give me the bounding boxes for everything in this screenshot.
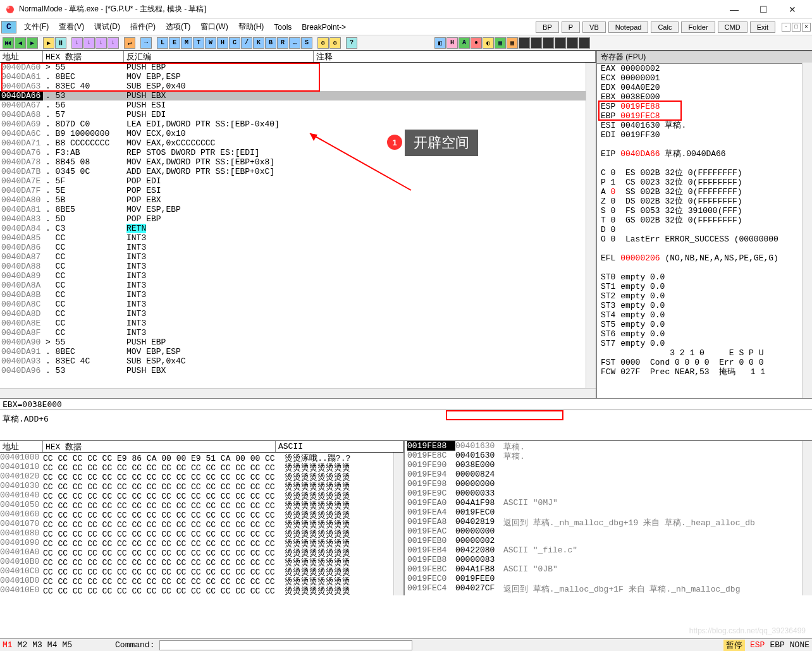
dump-row[interactable]: 004010D0CC CC CC CC CC CC CC CC CC CC CC… [0, 576, 403, 585]
disasm-row[interactable]: 0040DA8A CCINT3 [0, 281, 596, 290]
dump-row[interactable]: 004010A0CC CC CC CC CC CC CC CC CC CC CC… [0, 547, 403, 557]
disasm-row[interactable]: 0040DA61. 8BECMOV EBP,ESP [0, 72, 596, 82]
minimize-button[interactable]: — [720, 0, 749, 19]
dump-pane[interactable]: 地址 HEX 数据 ASCII 00401000CC CC CC CC CC E… [0, 441, 405, 595]
stack-rows[interactable]: 0019FE8800401630草稿.0019FE8C00401630草稿.00… [405, 441, 812, 593]
tb-t[interactable]: T [193, 37, 204, 49]
disasm-row[interactable]: 0040DA80. 5BPOP EBX [0, 195, 596, 205]
dump-row[interactable]: 00401030CC CC CC CC CC CC CC CC CC CC CC… [0, 481, 403, 490]
btn-exit[interactable]: Exit [750, 21, 775, 33]
register-line[interactable]: D 0 [597, 225, 812, 234]
register-line[interactable]: ST3 empty 0.0 [597, 301, 812, 310]
menu-view[interactable]: 查看(V) [54, 20, 89, 33]
register-line[interactable]: ECX 00000001 [597, 73, 812, 83]
disasm-row[interactable]: 0040DA81. 8BE5MOV ESP,EBP [0, 205, 596, 214]
btn-cmd[interactable]: CMD [718, 21, 747, 33]
register-line[interactable]: ST1 empty 0.0 [597, 282, 812, 291]
disasm-row[interactable]: 0040DA96. 53PUSH EBX [0, 366, 596, 375]
disasm-row[interactable]: 0040DA6C. B9 10000000MOV ECX,0x10 [0, 129, 596, 138]
stack-scrollbar[interactable] [802, 441, 812, 595]
tb-m[interactable]: M [181, 37, 192, 49]
tb-x6-icon[interactable]: ▦ [495, 37, 506, 49]
tb-e[interactable]: E [169, 37, 180, 49]
disasm-row[interactable]: 0040DA60> 55PUSH EBP [0, 63, 596, 72]
register-line[interactable]: ESP 0019FE88 [597, 102, 812, 111]
tb-x13-icon[interactable] [579, 37, 590, 49]
register-line[interactable]: EBX 0038E000 [597, 92, 812, 102]
disasm-row[interactable]: 0040DA8F CCINT3 [0, 328, 596, 338]
col-addr[interactable]: 地址 [0, 51, 43, 62]
stack-row[interactable]: 0019FE9800000000 [405, 479, 812, 489]
tb-goto-icon[interactable]: → [140, 37, 152, 49]
disasm-row[interactable]: 0040DA78. 8B45 08MOV EAX,DWORD PTR SS:[E… [0, 157, 596, 167]
tb-w[interactable]: W [205, 37, 216, 49]
dcol-addr[interactable]: 地址 [0, 441, 43, 452]
menu-plugin[interactable]: 插件(P) [125, 20, 161, 33]
col-dis[interactable]: 反汇编 [124, 51, 314, 62]
register-line[interactable]: ST2 empty 0.0 [597, 291, 812, 301]
dump-row[interactable]: 004010E0CC CC CC CC CC CC CC CC CC CC CC… [0, 585, 403, 595]
stack-row[interactable]: 0019FEB000000002 [405, 536, 812, 545]
tb-rewind-icon[interactable]: ⏮ [3, 37, 14, 49]
register-line[interactable]: ST4 empty 0.0 [597, 310, 812, 320]
disasm-row[interactable]: 0040DA8B CCINT3 [0, 290, 596, 300]
disasm-scrollbar[interactable] [586, 63, 596, 398]
tb-s[interactable]: S [301, 37, 312, 49]
tb-x5-icon[interactable]: ◐ [483, 37, 494, 49]
stack-row[interactable]: 0019FEA40019FEC0 [405, 508, 812, 517]
register-line[interactable]: EFL 00000206 (NO,NB,NE,A,NS,PE,GE,G) [597, 253, 812, 263]
register-line[interactable]: A 0 SS 002B 32位 0(FFFFFFFF) [597, 187, 812, 197]
tb-help-icon[interactable]: ? [346, 37, 357, 49]
register-line[interactable]: ST7 empty 0.0 [597, 339, 812, 348]
disasm-row[interactable]: 0040DA87 CCINT3 [0, 252, 596, 262]
stack-row[interactable]: 0019FEC4004027CF返回到 草稿._malloc_dbg+1F 来自… [405, 583, 812, 593]
tb-fwd-icon[interactable]: ▶ [27, 37, 38, 49]
tb-x1-icon[interactable]: ◧ [434, 37, 446, 49]
tb-x10-icon[interactable] [543, 37, 554, 49]
disasm-row[interactable]: 0040DA66. 53PUSH EBX [0, 91, 596, 100]
disasm-row[interactable]: 0040DA8E CCINT3 [0, 319, 596, 328]
stack-row[interactable]: 0019FEA0004A1F98ASCII "0MJ" [405, 498, 812, 508]
stack-row[interactable]: 0019FE900038E000 [405, 460, 812, 470]
btn-p[interactable]: P [562, 21, 580, 33]
disasm-row[interactable]: 0040DA93. 83EC 4CSUB ESP,0x4C [0, 356, 596, 366]
stack-row[interactable]: 0019FEC00019FEE0 [405, 574, 812, 583]
disasm-row[interactable]: 0040DA90> 55PUSH EBP [0, 338, 596, 347]
st-m5[interactable]: M5 [62, 640, 72, 650]
disasm-row[interactable]: 0040DA84. C3RETN [0, 224, 596, 233]
register-line[interactable]: ST6 empty 0.0 [597, 329, 812, 339]
disasm-row[interactable]: 0040DA88 CCINT3 [0, 262, 596, 271]
tb-x4-icon[interactable]: ● [471, 37, 482, 49]
btn-folder[interactable]: Folder [681, 21, 715, 33]
register-line[interactable]: C 0 ES 002B 32位 0(FFFFFFFF) [597, 168, 812, 178]
stack-row[interactable]: 0019FE8800401630草稿. [405, 441, 812, 451]
register-line[interactable]: EIP 0040DA66 草稿.0040DA66 [597, 149, 812, 159]
tb-opt2-icon[interactable]: ⚙ [329, 37, 341, 49]
menu-tools[interactable]: Tools [269, 21, 297, 33]
register-line[interactable]: FST 0000 Cond 0 0 0 0 Err 0 0 0 [597, 358, 812, 367]
disasm-row[interactable]: 0040DA83. 5DPOP EBP [0, 214, 596, 224]
disasm-row[interactable]: 0040DA7E. 5FPOP EDI [0, 176, 596, 186]
stack-row[interactable]: 0019FE8C00401630草稿. [405, 451, 812, 460]
st-m4[interactable]: M4 [47, 640, 58, 650]
dcol-hex[interactable]: HEX 数据 [43, 441, 276, 452]
dump-row[interactable]: 00401040CC CC CC CC CC CC CC CC CC CC CC… [0, 490, 403, 500]
stack-row[interactable]: 0019FEAC00000000 [405, 526, 812, 536]
dump-scrollbar[interactable] [393, 453, 403, 595]
tb-step3-icon[interactable]: ↓ [95, 37, 107, 49]
st-m3[interactable]: M3 [32, 640, 42, 650]
register-line[interactable] [597, 263, 812, 272]
dump-row[interactable]: 00401090CC CC CC CC CC CC CC CC CC CC CC… [0, 538, 403, 547]
tb-step1-icon[interactable]: ↓ [71, 37, 83, 49]
tb-x8-icon[interactable] [519, 37, 530, 49]
stack-pane[interactable]: 0019FE8800401630草稿.0019FE8C00401630草稿.00… [405, 441, 812, 595]
register-line[interactable] [597, 244, 812, 253]
disasm-row[interactable]: 0040DA67. 56PUSH ESI [0, 100, 596, 110]
dump-row[interactable]: 00401060CC CC CC CC CC CC CC CC CC CC CC… [0, 509, 403, 519]
mdi-max-icon[interactable]: □ [792, 23, 801, 32]
disasm-pane[interactable]: 地址 HEX 数据 反汇编 注释 0040DA60> 55PUSH EBP004… [0, 51, 597, 398]
tb-x2-icon[interactable]: H [446, 37, 458, 49]
tb-h[interactable]: H [217, 37, 228, 49]
dump-row[interactable]: 00401020CC CC CC CC CC CC CC CC CC CC CC… [0, 472, 403, 481]
tb-slash[interactable]: / [241, 37, 252, 49]
